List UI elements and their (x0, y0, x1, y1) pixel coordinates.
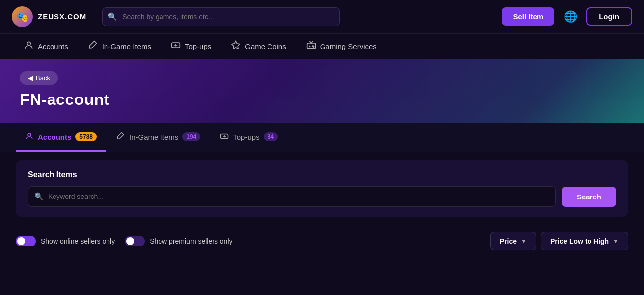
menu-item-accounts[interactable]: Accounts (16, 36, 76, 56)
tab-in-game-items[interactable]: In-Game Items 194 (107, 123, 209, 152)
back-chevron-icon: ◀ (28, 74, 33, 82)
premium-sellers-toggle-wrap: Show premium sellers only (125, 236, 232, 246)
tab-in-game-items-icon (116, 132, 125, 142)
search-input-icon: 🔍 (34, 192, 44, 201)
search-button[interactable]: Search (562, 187, 616, 207)
accounts-icon (24, 40, 34, 52)
menu-label-accounts: Accounts (38, 42, 68, 50)
premium-sellers-toggle[interactable] (125, 236, 145, 246)
tabs-bar: Accounts 5788 In-Game Items 194 Top-ups … (0, 123, 644, 152)
navbar-actions: Sell Item 🌐 Login (502, 7, 632, 27)
menu-item-top-ups[interactable]: Top-ups (163, 36, 219, 56)
search-input-wrap: 🔍 (28, 186, 556, 207)
back-label: Back (36, 74, 50, 82)
menu-label-gaming-services: Gaming Services (320, 42, 376, 50)
tab-in-game-items-label: In-Game Items (129, 133, 178, 141)
menu-item-game-coins[interactable]: Game Coins (223, 36, 294, 56)
top-ups-icon (171, 40, 181, 52)
game-coins-icon (231, 40, 241, 52)
premium-sellers-toggle-knob (126, 237, 134, 245)
sort-dropdown-label: Price Low to High (550, 237, 609, 245)
search-row: 🔍 Search (28, 186, 616, 207)
premium-sellers-label: Show premium sellers only (150, 237, 232, 245)
online-sellers-toggle-knob (17, 237, 25, 245)
back-button[interactable]: ◀ Back (20, 71, 58, 85)
menu-label-top-ups: Top-ups (185, 42, 211, 50)
search-panel-title: Search Items (28, 170, 616, 179)
online-sellers-toggle[interactable] (16, 236, 36, 246)
login-button[interactable]: Login (586, 7, 632, 26)
price-dropdown[interactable]: Price ▼ (490, 232, 536, 250)
tab-accounts-label: Accounts (38, 133, 71, 141)
svg-point-0 (27, 42, 31, 45)
price-dropdown-label: Price (500, 237, 517, 245)
navbar-search-wrap: 🔍 (102, 7, 340, 26)
online-sellers-label: Show online sellers only (41, 237, 115, 245)
tab-top-ups-label: Top-ups (233, 133, 259, 141)
filter-row: Show online sellers only Show premium se… (0, 225, 644, 257)
sell-item-button[interactable]: Sell Item (502, 7, 554, 26)
svg-point-7 (313, 47, 314, 48)
tab-accounts[interactable]: Accounts 5788 (16, 123, 106, 152)
tab-top-ups[interactable]: Top-ups 84 (211, 123, 287, 152)
price-chevron-icon: ▼ (521, 238, 527, 245)
svg-marker-2 (232, 41, 240, 49)
keyword-search-input[interactable] (28, 186, 556, 207)
logo-avatar: 🎭 (12, 6, 33, 27)
navbar-search-input[interactable] (102, 7, 340, 26)
tab-in-game-items-badge: 194 (182, 132, 200, 141)
tab-top-ups-icon (220, 132, 229, 142)
gaming-services-icon (306, 40, 316, 52)
tab-accounts-icon (25, 132, 34, 142)
menu-item-gaming-services[interactable]: Gaming Services (298, 36, 384, 56)
svg-point-8 (28, 133, 31, 136)
tab-top-ups-badge: 84 (264, 132, 278, 141)
menu-label-in-game-items: In-Game Items (102, 42, 151, 50)
tab-accounts-badge: 5788 (75, 132, 97, 141)
hero-title: FN-account (20, 91, 624, 109)
online-sellers-toggle-wrap: Show online sellers only (16, 236, 115, 246)
svg-rect-3 (307, 43, 315, 49)
menu-item-in-game-items[interactable]: In-Game Items (80, 36, 159, 56)
filter-actions: Price ▼ Price Low to High ▼ (490, 232, 628, 250)
logo[interactable]: 🎭 ZEUSX.COM (12, 6, 86, 27)
top-menu: Accounts In-Game Items Top-ups Game Coin… (0, 34, 644, 59)
sort-dropdown[interactable]: Price Low to High ▼ (541, 232, 628, 250)
language-button[interactable]: 🌐 (560, 7, 580, 27)
sort-chevron-icon: ▼ (613, 238, 619, 245)
menu-label-game-coins: Game Coins (245, 42, 286, 50)
brand-name: ZEUSX.COM (38, 12, 86, 21)
navbar: 🎭 ZEUSX.COM 🔍 Sell Item 🌐 Login (0, 0, 644, 34)
in-game-items-icon (88, 40, 98, 52)
navbar-search-icon: 🔍 (108, 12, 117, 21)
search-panel: Search Items 🔍 Search (16, 160, 628, 217)
hero-banner: ◀ Back FN-account (0, 59, 644, 123)
